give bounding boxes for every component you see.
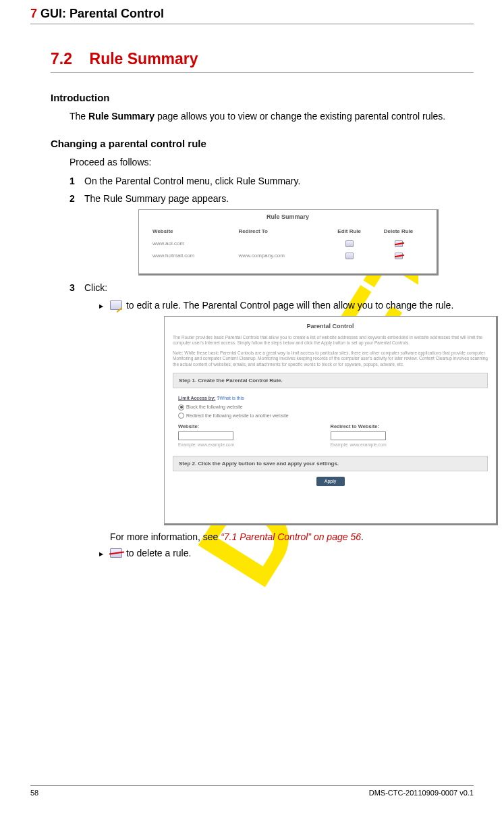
step-1: 1 On the Parental Control menu, click Ru… xyxy=(69,174,474,188)
rule-summary-screenshot: Rule Summary Website Redirect To Edit Ru… xyxy=(138,209,439,276)
step-2: 2 The Rule Summary page appears. Rule Su… xyxy=(69,192,474,276)
step-3: 3 Click: to edit a rule. The Parental Co… xyxy=(69,281,474,560)
edit-icon xyxy=(345,240,354,247)
intro-paragraph: The Rule Summary page allows you to view… xyxy=(69,110,474,123)
section-divider xyxy=(51,72,474,73)
delete-rule-icon xyxy=(110,548,122,558)
proceed-text: Proceed as follows: xyxy=(69,156,474,169)
steps-list: 1 On the Parental Control menu, click Ru… xyxy=(69,174,474,560)
section-title: 7.2 Rule Summary xyxy=(51,50,474,68)
header-divider xyxy=(30,24,474,24)
doc-id: DMS-CTC-20110909-0007 v0.1 xyxy=(369,789,474,797)
changing-heading: Changing a parental control rule xyxy=(51,138,474,149)
edit-icon xyxy=(345,253,354,259)
more-info-line: For more information, see “7.1 Parental … xyxy=(110,531,474,544)
page-footer: 58 DMS-CTC-20110909-0007 v0.1 xyxy=(30,785,474,797)
chapter-title: GUI: Parental Control xyxy=(40,7,164,20)
click-edit-item: to edit a rule. The Parental Control pag… xyxy=(99,299,474,544)
delete-icon xyxy=(395,253,403,259)
delete-icon xyxy=(395,240,403,247)
page-number: 58 xyxy=(30,789,38,797)
edit-rule-icon xyxy=(110,300,122,310)
chapter-number: 7 xyxy=(30,7,37,20)
section-name: Rule Summary xyxy=(90,50,198,68)
click-sublist: to edit a rule. The Parental Control pag… xyxy=(99,299,474,560)
parental-control-screenshot: Parental Control The Router provides bas… xyxy=(164,316,498,525)
chapter-header: 7 GUI: Parental Control xyxy=(30,7,474,21)
section-number: 7.2 xyxy=(51,50,72,68)
click-delete-item: to delete a rule. xyxy=(99,547,474,560)
intro-heading: Introduction xyxy=(51,92,474,103)
xref-link[interactable]: “7.1 Parental Control” on page 56 xyxy=(221,531,361,542)
